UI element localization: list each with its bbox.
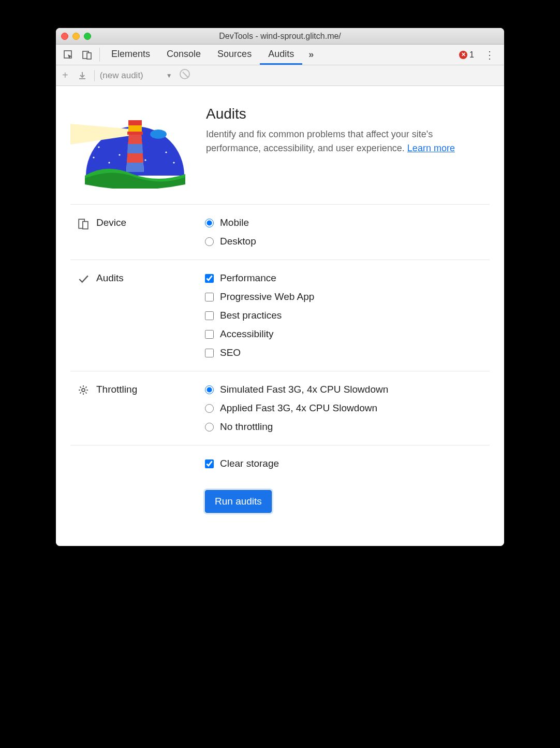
throttling-radio-applied[interactable] (205, 404, 214, 413)
svg-point-5 (119, 154, 120, 155)
tabbar-divider (99, 48, 100, 62)
svg-point-9 (108, 162, 110, 163)
hero-text: Audits Identify and fix common problems … (206, 106, 490, 189)
inspect-icon[interactable] (59, 45, 78, 65)
audits-toolbar: + (new audit) ▼ (56, 65, 504, 86)
run-audits-button[interactable]: Run audits (205, 490, 272, 513)
svg-marker-19 (127, 144, 143, 153)
throttling-option-none[interactable]: No throttling (205, 421, 490, 433)
download-icon[interactable] (76, 71, 89, 80)
maximize-button[interactable] (84, 33, 91, 40)
section-throttling: Throttling Simulated Fast 3G, 4x CPU Slo… (70, 371, 490, 445)
audit-option-performance-label: Performance (220, 272, 276, 284)
clear-icon[interactable] (178, 69, 192, 82)
device-radio-desktop[interactable] (205, 237, 214, 246)
device-option-desktop[interactable]: Desktop (205, 236, 490, 247)
error-icon: ✕ (459, 51, 467, 59)
devtools-tabbar: Elements Console Sources Audits » ✕ 1 ⋮ (56, 45, 504, 65)
audit-option-pwa[interactable]: Progressive Web App (205, 291, 490, 303)
svg-line-32 (85, 387, 86, 388)
tab-audits[interactable]: Audits (260, 45, 302, 65)
window-titlebar: DevTools - wind-sprout.glitch.me/ (56, 28, 504, 45)
description-text: Identify and fix common problems that af… (206, 129, 433, 153)
device-option-mobile-label: Mobile (220, 217, 249, 228)
svg-rect-16 (127, 132, 143, 135)
svg-point-24 (82, 389, 85, 392)
close-button[interactable] (61, 33, 68, 40)
svg-line-29 (80, 387, 81, 388)
section-footer: Clear storage Run audits (70, 445, 490, 525)
error-indicator[interactable]: ✕ 1 (455, 45, 478, 65)
panel-tabs: Elements Console Sources Audits (103, 45, 302, 65)
new-audit-icon[interactable]: + (60, 69, 70, 81)
audit-option-accessibility-label: Accessibility (220, 328, 273, 340)
audit-check-bestpractices[interactable] (205, 311, 214, 320)
gear-icon (78, 384, 89, 395)
audit-selector[interactable]: (new audit) ▼ (100, 70, 172, 81)
audit-check-seo[interactable] (205, 349, 214, 357)
audit-option-bestpractices[interactable]: Best practices (205, 310, 490, 321)
audit-option-performance[interactable]: Performance (205, 272, 490, 284)
more-menu-icon[interactable]: ⋮ (478, 45, 501, 65)
svg-marker-18 (128, 135, 142, 144)
minimize-button[interactable] (72, 33, 80, 40)
svg-point-10 (93, 156, 94, 158)
tab-sources[interactable]: Sources (209, 45, 260, 65)
tab-console[interactable]: Console (158, 45, 209, 65)
learn-more-link[interactable]: Learn more (407, 143, 455, 153)
audit-check-accessibility[interactable] (205, 330, 214, 339)
devtools-window: DevTools - wind-sprout.glitch.me/ Elemen… (56, 28, 504, 546)
chevron-down-icon: ▼ (166, 72, 172, 79)
check-icon (78, 272, 89, 285)
svg-rect-14 (128, 120, 142, 125)
clear-storage-checkbox[interactable] (205, 459, 214, 468)
section-device: Device Mobile Desktop (70, 204, 490, 260)
device-option-mobile[interactable]: Mobile (205, 217, 490, 228)
page-title: Audits (206, 106, 490, 122)
device-option-desktop-label: Desktop (220, 236, 256, 247)
device-icon (78, 217, 89, 229)
clear-storage-option[interactable]: Clear storage (205, 458, 490, 469)
throttling-option-simulated-label: Simulated Fast 3G, 4x CPU Slowdown (220, 384, 388, 395)
throttling-radio-simulated[interactable] (205, 385, 214, 394)
hero: Audits Identify and fix common problems … (70, 100, 490, 204)
throttling-option-applied[interactable]: Applied Fast 3G, 4x CPU Slowdown (205, 402, 490, 414)
tabs-overflow[interactable]: » (302, 45, 320, 65)
tab-elements[interactable]: Elements (103, 45, 158, 65)
audit-option-bestpractices-label: Best practices (220, 310, 282, 321)
svg-rect-2 (87, 53, 91, 59)
window-title: DevTools - wind-sprout.glitch.me/ (56, 32, 504, 41)
svg-point-3 (98, 146, 99, 148)
audit-option-accessibility[interactable]: Accessibility (205, 328, 490, 340)
lighthouse-illustration (70, 106, 189, 189)
svg-marker-21 (126, 163, 144, 172)
svg-marker-20 (127, 153, 143, 163)
svg-point-13 (150, 130, 167, 139)
toolbar-divider (94, 70, 95, 81)
audit-option-seo-label: SEO (220, 347, 241, 358)
device-toggle-icon[interactable] (78, 45, 96, 65)
audit-selector-label: (new audit) (100, 70, 143, 81)
audit-check-pwa[interactable] (205, 293, 214, 301)
section-audits: Audits Performance Progressive Web App B… (70, 260, 490, 371)
clear-storage-label: Clear storage (220, 458, 279, 469)
svg-rect-15 (128, 125, 142, 132)
svg-point-8 (173, 162, 174, 163)
audit-check-performance[interactable] (205, 274, 214, 283)
throttling-option-simulated[interactable]: Simulated Fast 3G, 4x CPU Slowdown (205, 384, 490, 395)
svg-line-30 (85, 392, 86, 393)
audits-label: Audits (96, 272, 124, 284)
page-description: Identify and fix common problems that af… (206, 127, 490, 155)
throttling-option-applied-label: Applied Fast 3G, 4x CPU Slowdown (220, 402, 377, 414)
device-radio-mobile[interactable] (205, 219, 214, 227)
audit-option-pwa-label: Progressive Web App (220, 291, 314, 303)
svg-rect-23 (83, 222, 88, 229)
svg-line-31 (80, 392, 81, 393)
traffic-lights (61, 33, 91, 40)
throttling-radio-none[interactable] (205, 423, 214, 431)
audit-option-seo[interactable]: SEO (205, 347, 490, 358)
device-label: Device (96, 217, 126, 228)
svg-point-11 (144, 159, 146, 161)
throttling-option-none-label: No throttling (220, 421, 273, 433)
svg-point-7 (165, 151, 167, 153)
